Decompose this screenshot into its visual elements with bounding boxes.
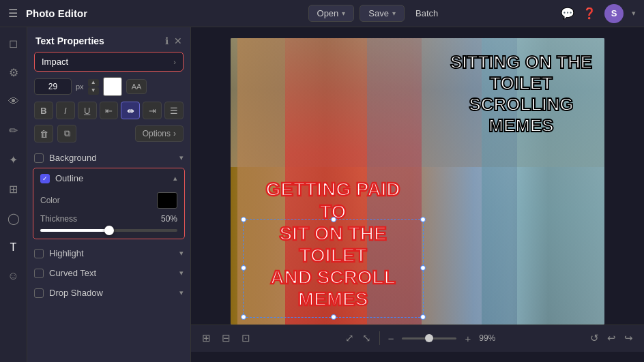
align-right-button[interactable]: ⇥ [143, 102, 162, 119]
slider-thumb[interactable] [104, 226, 114, 235]
format-row: B I U ⇤ ⇼ ⇥ ☰ [34, 102, 184, 119]
tool-adjust[interactable]: ⚙ [6, 63, 21, 82]
bottom-bar-right: ↺ ↩ ↪ [590, 332, 633, 344]
outline-thickness-label: Thickness [40, 214, 161, 224]
canvas-wrapper[interactable]: SITTING ON THE TOILET SCROLLING MEMES GE… [231, 38, 604, 325]
curved-text-chevron-icon: ▾ [179, 269, 184, 277]
layers-icon[interactable]: ⊞ [202, 332, 211, 344]
canvas-area: SITTING ON THE TOILET SCROLLING MEMES GE… [191, 27, 644, 362]
align-justify-button[interactable]: ☰ [164, 102, 184, 119]
panel-close-icon[interactable]: ✕ [174, 35, 182, 46]
tool-select[interactable]: ◻ [6, 34, 20, 52]
highlight-section-toggle[interactable]: Highlight ▾ [27, 243, 190, 263]
rotate-ccw-icon[interactable]: ↺ [590, 332, 599, 344]
chat-icon-button[interactable]: 💬 [561, 7, 574, 20]
zoom-out-icon[interactable]: − [388, 333, 394, 344]
drop-shadow-section-toggle[interactable]: Drop Shadow ▾ [27, 283, 190, 303]
italic-button[interactable]: I [56, 102, 75, 119]
icon-bar: ◻ ⚙ 👁 ✏ ✦ ⊞ ◯ T ☺ [0, 27, 27, 362]
font-size-unit: px [76, 82, 84, 91]
font-chevron-icon: › [173, 58, 176, 66]
grid-icon[interactable]: ⊡ [241, 332, 250, 344]
bold-button[interactable]: B [34, 102, 53, 119]
zoom-divider [379, 331, 380, 345]
outline-color-swatch[interactable] [157, 192, 177, 209]
outline-thickness-slider[interactable] [40, 229, 177, 232]
font-size-up[interactable]: ▲ [88, 79, 99, 87]
highlight-chevron-icon: ▾ [179, 249, 184, 258]
align-left-button[interactable]: ⇤ [100, 102, 119, 119]
main-area: ◻ ⚙ 👁 ✏ ✦ ⊞ ◯ T ☺ Text Properties ℹ ✕ Im… [0, 27, 644, 362]
font-size-row: px ▲ ▼ AA [34, 77, 184, 96]
drop-shadow-checkbox[interactable] [34, 288, 44, 298]
batch-button[interactable]: Batch [410, 5, 443, 21]
topbar: ☰ Photo Editor Open ▾ Save ▾ Batch 💬 ❓ S… [0, 0, 644, 27]
outline-label: Outline [55, 173, 168, 183]
delete-button[interactable]: 🗑 [34, 125, 53, 142]
curved-text-section-toggle[interactable]: Curved Text ▾ [27, 263, 190, 283]
font-size-spinners: ▲ ▼ [88, 79, 99, 95]
antialiasing-button[interactable]: AA [126, 79, 147, 94]
tool-effects[interactable]: ✦ [6, 151, 20, 169]
undo-icon[interactable]: ↩ [607, 332, 616, 344]
zoom-slider-thumb[interactable] [425, 334, 433, 342]
tool-layers[interactable]: ⊞ [6, 180, 20, 198]
align-center-button[interactable]: ⇼ [121, 102, 140, 119]
open-button[interactable]: Open ▾ [308, 5, 355, 22]
avatar[interactable]: S [604, 4, 624, 23]
duplicate-button[interactable]: ⧉ [57, 125, 76, 142]
highlight-label: Highlight [49, 248, 174, 258]
save-button[interactable]: Save ▾ [360, 5, 405, 22]
tool-shapes[interactable]: ◯ [5, 209, 23, 228]
text-properties-panel: Text Properties ℹ ✕ Impact › px ▲ ▼ AA B… [27, 27, 191, 362]
slider-track [40, 229, 177, 232]
help-icon-button[interactable]: ❓ [583, 7, 596, 20]
topbar-chevron-icon: ▾ [632, 9, 636, 18]
panel-info-icon[interactable]: ℹ [165, 35, 169, 46]
curved-text-label: Curved Text [49, 268, 174, 278]
font-size-input[interactable] [34, 78, 72, 95]
font-name: Impact [42, 57, 68, 67]
background-section-toggle[interactable]: Background ▾ [27, 148, 190, 168]
transform-icon[interactable]: ⊟ [222, 332, 231, 344]
drop-shadow-chevron-icon: ▾ [179, 288, 184, 297]
outline-color-row: Color [40, 192, 177, 209]
options-button[interactable]: Options › [135, 125, 184, 142]
fit-icon[interactable]: ⤢ [345, 332, 354, 344]
font-size-down[interactable]: ▼ [88, 87, 99, 95]
meme-text-top: SITTING ON THE TOILET SCROLLING MEMES [446, 52, 596, 137]
tool-stickers[interactable]: ☺ [5, 267, 21, 285]
text-color-swatch[interactable] [103, 77, 122, 96]
outline-color-label: Color [40, 196, 157, 205]
underline-button[interactable]: U [78, 102, 97, 119]
curved-text-checkbox[interactable] [34, 269, 44, 278]
background-checkbox[interactable] [34, 153, 44, 163]
tool-text[interactable]: T [8, 239, 20, 256]
options-chevron-icon: › [173, 129, 176, 138]
zoom-slider-track[interactable] [402, 337, 456, 340]
slider-fill [40, 229, 109, 232]
meme-image[interactable]: SITTING ON THE TOILET SCROLLING MEMES GE… [231, 38, 604, 325]
tool-eye[interactable]: 👁 [5, 93, 22, 110]
crop-icon[interactable]: ⤡ [362, 332, 371, 344]
open-chevron-icon: ▾ [342, 10, 345, 17]
tool-brush[interactable]: ✏ [6, 121, 20, 140]
topbar-right: 💬 ❓ S ▾ [561, 4, 636, 23]
zoom-in-icon[interactable]: + [465, 333, 471, 344]
highlight-checkbox[interactable] [34, 249, 44, 258]
menu-icon[interactable]: ☰ [8, 7, 18, 20]
drop-shadow-label: Drop Shadow [49, 288, 174, 298]
app-title: Photo Editor [26, 7, 87, 19]
redo-icon[interactable]: ↪ [624, 332, 633, 344]
outline-body: Color Thickness 50% [33, 188, 184, 239]
font-selector[interactable]: Impact › [34, 52, 184, 72]
outline-section: Outline ▴ Color Thickness 50% [33, 168, 185, 239]
action-row: 🗑 ⧉ Options › [34, 125, 184, 142]
bottom-bar-center: ⤢ ⤡ − + 99% [250, 331, 590, 345]
bottom-bar: ⊞ ⊟ ⊡ ⤢ ⤡ − + 99% ↺ ↩ ↪ [191, 325, 644, 352]
background-chevron-icon: ▾ [179, 153, 184, 162]
outline-checkbox[interactable] [40, 174, 50, 183]
zoom-value: 99% [479, 333, 495, 343]
outline-thickness-value: 50% [161, 214, 177, 224]
outline-header[interactable]: Outline ▴ [33, 168, 184, 188]
